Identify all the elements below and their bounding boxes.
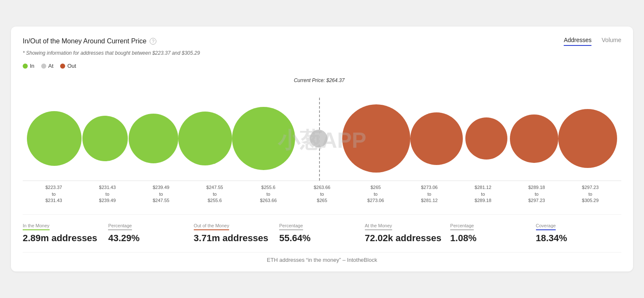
bubble-col-3 [178, 96, 232, 181]
axis-label-10: $297.23to$305.29 [563, 184, 617, 204]
title-row: In/Out of the Money Around Current Price… [23, 37, 156, 45]
bubble-col-7 [410, 96, 463, 181]
legend-label-red: Out [67, 63, 76, 69]
axis-label-4: $255.6to$263.66 [242, 184, 296, 204]
bubble-col-4 [232, 96, 295, 181]
axis-label-7: $273.06to$281.12 [402, 184, 456, 204]
stat-value-6: 18.34% [536, 233, 621, 244]
stat-value-5: 1.08% [450, 233, 536, 244]
bubble-5 [310, 130, 327, 147]
bubble-6 [342, 104, 410, 173]
bubble-col-2 [129, 96, 178, 181]
stats-row: In the Money2.89m addressesPercentage43.… [23, 214, 621, 244]
bubble-col-9 [510, 96, 558, 181]
legend-item-gray: At [41, 63, 53, 69]
stat-block-4: At the Money72.02k addresses [365, 221, 450, 244]
stat-label-5: Percentage [450, 221, 536, 233]
current-price-label: Current Price: $264.37 [294, 77, 345, 83]
bubble-4 [232, 107, 295, 170]
stat-label-2: Out of the Money [194, 221, 279, 233]
tab-volume[interactable]: Volume [602, 37, 621, 46]
stat-value-2: 3.71m addresses [194, 233, 279, 244]
bubble-col-10 [558, 96, 617, 181]
legend-dot-green [23, 64, 28, 69]
bubble-col-5 [295, 96, 342, 181]
bubble-8 [465, 117, 507, 160]
stat-label-1: Percentage [108, 221, 193, 233]
chart-title: In/Out of the Money Around Current Price [23, 37, 146, 45]
chart-wrapper: Current Price: $264.37 $223.37to$231.43$… [23, 77, 621, 204]
bubble-7 [410, 112, 463, 165]
legend-item-green: In [23, 63, 34, 69]
legend-label-gray: At [48, 63, 53, 69]
axis-label-3: $247.55to$255.6 [188, 184, 242, 204]
main-card: In/Out of the Money Around Current Price… [11, 27, 633, 271]
axis-label-1: $231.43to$239.49 [81, 184, 135, 204]
legend-dot-red [60, 64, 65, 69]
stat-block-2: Out of the Money3.71m addresses [194, 221, 279, 244]
legend-dot-gray [41, 64, 46, 69]
stat-label-4: At the Money [365, 221, 450, 233]
bubbles-row [23, 96, 621, 181]
stat-value-0: 2.89m addresses [23, 233, 108, 244]
help-icon[interactable]: ? [150, 38, 156, 45]
axis-label-2: $239.49to$247.55 [134, 184, 188, 204]
axis-row: $223.37to$231.43$231.43to$239.49$239.49t… [23, 181, 621, 204]
bubble-area [23, 90, 621, 181]
axis-label-9: $289.18to$297.23 [510, 184, 564, 204]
axis-label-8: $281.12to$289.18 [456, 184, 510, 204]
tab-addresses[interactable]: Addresses [564, 37, 591, 46]
legend-item-red: Out [60, 63, 76, 69]
axis-label-6: $265to$273.06 [349, 184, 403, 204]
stat-block-1: Percentage43.29% [108, 221, 193, 244]
stat-label-6: Coverage [536, 221, 621, 233]
axis-label-5: $263.66to$265 [295, 184, 349, 204]
stat-block-3: Percentage55.64% [279, 221, 364, 244]
stat-block-0: In the Money2.89m addresses [23, 221, 108, 244]
stat-label-3: Percentage [279, 221, 364, 233]
bubble-col-0 [27, 96, 82, 181]
tabs-container: AddressesVolume [564, 37, 621, 46]
bubble-col-1 [82, 96, 129, 181]
bubble-0 [27, 111, 82, 166]
stat-label-0: In the Money [23, 221, 108, 233]
footer-caption: ETH addresses “in the money” – IntotheBl… [23, 252, 621, 263]
bubble-3 [178, 112, 232, 165]
chart-subtitle: * Showing information for addresses that… [23, 50, 621, 56]
bubble-col-6 [342, 96, 410, 181]
stat-value-1: 43.29% [108, 233, 193, 244]
legend-label-green: In [30, 63, 34, 69]
bubble-10 [558, 109, 617, 168]
axis-label-0: $223.37to$231.43 [27, 184, 81, 204]
bubble-1 [82, 116, 128, 161]
bubble-2 [129, 114, 178, 163]
price-label-row: Current Price: $264.37 [23, 77, 621, 90]
bubble-9 [510, 114, 558, 163]
bubble-col-8 [463, 96, 510, 181]
stat-block-6: Coverage18.34% [536, 221, 621, 244]
legend: InAtOut [23, 63, 621, 69]
card-header: In/Out of the Money Around Current Price… [23, 37, 621, 46]
stat-value-4: 72.02k addresses [365, 233, 450, 244]
stat-block-5: Percentage1.08% [450, 221, 536, 244]
stat-value-3: 55.64% [279, 233, 364, 244]
